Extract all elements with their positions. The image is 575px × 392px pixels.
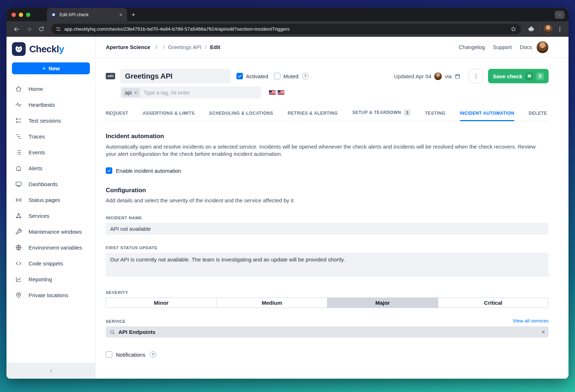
sidebar-item-label: Code snippets <box>29 260 63 267</box>
breadcrumb-separator: / <box>163 44 164 50</box>
user-avatar[interactable] <box>536 41 549 53</box>
sidebar-item-traces[interactable]: Traces <box>6 128 95 144</box>
tab-setup-teardown[interactable]: SETUP & TEARDOWN 1 <box>352 109 410 121</box>
severity-option-medium[interactable]: Medium <box>217 298 327 308</box>
sidebar-nav: Home Heartbeats Test sessions Traces Eve… <box>6 78 95 363</box>
bookmark-star-icon[interactable] <box>510 26 517 32</box>
forward-button[interactable] <box>24 24 34 34</box>
sidebar-collapse-button[interactable] <box>6 363 95 379</box>
tab-assertions-limits[interactable]: ASSERTIONS & LIMITS <box>143 111 195 121</box>
notifications-checkbox[interactable] <box>106 351 112 358</box>
breadcrumb: Aperture Science / Greetings API / Edit <box>106 44 220 50</box>
docs-link[interactable]: Docs <box>520 44 532 50</box>
sidebar-item-alerts[interactable]: Alerts <box>6 160 95 176</box>
sidebar-item-label: Dashboards <box>29 181 58 187</box>
activated-checkbox-row[interactable]: Activated <box>236 73 268 79</box>
service-select[interactable]: API Endpoints × <box>106 326 549 338</box>
activated-checkbox[interactable] <box>236 73 243 79</box>
sidebar-item-heartbeats[interactable]: Heartbeats <box>6 97 95 113</box>
sidebar-item-environment-variables[interactable]: Environment variables <box>6 239 95 255</box>
sidebar-item-dashboards[interactable]: Dashboards <box>6 176 95 192</box>
check-icon <box>107 168 111 173</box>
url-text[interactable]: app.checklyhq.com/checks/23b4791b-bd70-4… <box>64 26 507 32</box>
tab-setup-teardown-label: SETUP & TEARDOWN <box>352 110 401 115</box>
severity-option-major[interactable]: Major <box>327 298 438 308</box>
tab-retries-alerting[interactable]: RETRIES & ALERTING <box>288 111 338 121</box>
reload-button[interactable] <box>36 24 46 34</box>
sidebar-item-private-locations[interactable]: Private locations <box>6 287 95 303</box>
enable-incident-automation-checkbox[interactable] <box>106 167 112 174</box>
chevron-left-icon <box>48 368 54 374</box>
configuration-description: Add details and select the severity of t… <box>106 197 544 204</box>
tab-search-button[interactable] <box>555 11 565 19</box>
enable-incident-automation-row[interactable]: Enable incident automation <box>106 167 549 174</box>
browser-profile-avatar[interactable] <box>544 25 553 34</box>
tab-request[interactable]: REQUEST <box>106 111 128 121</box>
tag-remove-icon[interactable]: × <box>134 90 137 96</box>
check-title-row: API Activated Muted ? Updated Apr <box>106 69 549 83</box>
tab-testing[interactable]: TESTING <box>425 111 445 121</box>
checkly-logo[interactable]: Checkly <box>6 37 95 60</box>
new-tab-button[interactable]: + <box>131 11 135 18</box>
tab-delete[interactable]: DELETE <box>529 111 547 121</box>
configuration-title: Configuration <box>106 187 549 194</box>
location-flags <box>269 90 284 95</box>
address-bar[interactable]: app.checklyhq.com/checks/23b4791b-bd70-4… <box>51 24 521 34</box>
first-status-update-textarea[interactable]: Our API is currently not available. The … <box>106 253 549 277</box>
severity-segmented-control: Minor Medium Major Critical <box>106 298 549 308</box>
chevron-up-down-icon[interactable] <box>154 44 159 50</box>
tab-close-icon[interactable]: × <box>118 12 123 18</box>
sidebar-item-services[interactable]: Services <box>6 208 95 224</box>
via-text: via <box>445 73 452 79</box>
minimize-window-button[interactable] <box>19 13 23 17</box>
browser-tab[interactable]: Edit API check × <box>47 8 127 21</box>
service-clear-icon[interactable]: × <box>541 329 545 335</box>
close-window-button[interactable] <box>12 13 16 17</box>
save-check-button[interactable]: Save check ⌘ S <box>488 69 549 83</box>
breadcrumb-check-name[interactable]: Greetings API <box>168 44 201 50</box>
sidebar-item-status-pages[interactable]: Status pages <box>6 192 95 208</box>
browser-menu-icon[interactable] <box>555 24 565 34</box>
support-link[interactable]: Support <box>493 44 512 50</box>
us-flag-icon <box>269 90 276 95</box>
sidebar-item-maintenance-windows[interactable]: Maintenance windows <box>6 224 95 239</box>
sidebar-item-events[interactable]: Events <box>6 144 95 160</box>
incident-name-label: INCIDENT NAME <box>106 216 549 220</box>
muted-checkbox-row[interactable]: Muted <box>274 73 299 79</box>
severity-option-critical[interactable]: Critical <box>438 298 549 308</box>
tab-incident-automation[interactable]: INCIDENT AUTOMATION <box>460 111 514 121</box>
checkly-app: Checkly + New Home Heartbeats Test sessi… <box>6 37 569 379</box>
browser-toolbar: app.checklyhq.com/checks/23b4791b-bd70-4… <box>6 21 569 37</box>
notifications-row: Notifications ? <box>106 351 549 358</box>
sidebar-item-code-snippets[interactable]: Code snippets <box>6 255 95 271</box>
check-name-input[interactable] <box>120 69 231 83</box>
account-switcher[interactable]: Aperture Science <box>106 44 150 50</box>
muted-checkbox[interactable] <box>274 73 280 79</box>
extensions-icon[interactable] <box>526 24 536 34</box>
maximize-window-button[interactable] <box>26 13 30 17</box>
cmd-key-icon: ⌘ <box>526 72 533 80</box>
notifications-help-icon[interactable]: ? <box>150 351 156 358</box>
incident-name-input[interactable] <box>106 223 549 235</box>
updated-info: Updated Apr 04 via <box>394 72 461 80</box>
sidebar-item-reporting[interactable]: Reporting <box>6 271 95 287</box>
new-check-button[interactable]: + New <box>12 62 90 74</box>
tab-scheduling-locations[interactable]: SCHEDULING & LOCATIONS <box>209 111 273 121</box>
back-button[interactable] <box>12 24 22 34</box>
wrench-icon <box>15 228 22 235</box>
updated-text: Updated Apr 04 <box>394 73 431 79</box>
test-sessions-icon <box>15 117 22 124</box>
tag-input[interactable] <box>144 90 259 96</box>
changelog-link[interactable]: Changelog <box>459 44 485 50</box>
sidebar-item-test-sessions[interactable]: Test sessions <box>6 113 95 128</box>
tags-input-container[interactable]: api × <box>120 87 261 98</box>
severity-option-minor[interactable]: Minor <box>106 298 217 308</box>
site-settings-icon[interactable] <box>56 26 61 32</box>
view-all-services-link[interactable]: View all services <box>513 318 549 323</box>
notifications-label: Notifications <box>116 352 145 358</box>
new-button-label: New <box>49 65 60 71</box>
mute-help-icon[interactable]: ? <box>302 73 309 79</box>
check-options-button[interactable]: ⋮ <box>469 69 483 83</box>
sidebar-item-home[interactable]: Home <box>6 81 95 97</box>
service-label: SERVICE <box>106 319 126 323</box>
